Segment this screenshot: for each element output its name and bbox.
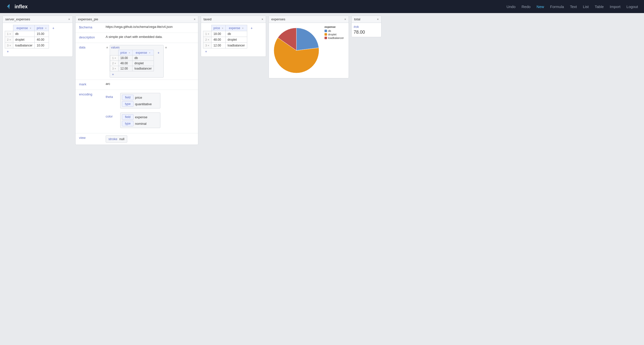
mark-key: mark — [76, 80, 103, 89]
total-panel: total × #ok 78.00 — [351, 16, 381, 37]
taxed-add-row[interactable]: + — [203, 48, 209, 54]
expense-cell[interactable]: loadbalancer — [132, 66, 154, 71]
theta-field-row: field price — [122, 95, 159, 100]
embed-expense-close[interactable]: × — [149, 51, 151, 54]
embed-add-row[interactable]: + — [110, 71, 116, 77]
schema-val: https://vega.github.io/schema/vega-lite/… — [103, 23, 198, 31]
price-cell[interactable]: 48.00 — [118, 61, 132, 66]
expenses-pie-close[interactable]: × — [194, 18, 196, 21]
theta-label: theta — [106, 93, 118, 99]
price-cell[interactable]: 18.00 — [211, 31, 225, 37]
legend-item: droplet — [325, 33, 344, 36]
embedded-data-table: values price × — [110, 45, 164, 78]
description-row: description A simple pie chart with embe… — [76, 33, 198, 43]
col-expense-close[interactable]: × — [30, 27, 31, 30]
expense-cell[interactable]: db — [132, 55, 154, 61]
expenses-chart-title: expenses — [271, 17, 342, 21]
encoding-key: encoding — [76, 90, 103, 99]
taxed-col-price: price × — [211, 25, 225, 31]
server-add-row[interactable]: + — [5, 48, 11, 54]
nav-item-import[interactable]: Import — [610, 5, 621, 9]
row-num: 1 × — [110, 55, 118, 61]
chart-container: expense db droplet loadbalancer — [269, 23, 349, 78]
expense-cell[interactable]: loadbalancer — [13, 43, 35, 48]
expense-cell[interactable]: droplet — [132, 61, 154, 66]
expenses-chart-close[interactable]: × — [344, 18, 346, 21]
server-expenses-grid: expense × price × + 1 × db 15.00 — [5, 25, 58, 48]
taxed-col-expense: expense × — [225, 25, 247, 31]
taxed-price-close[interactable]: × — [222, 27, 223, 30]
server-expenses-title: server_expenses — [5, 17, 66, 21]
nav-item-table[interactable]: Table — [595, 5, 604, 9]
embed-col-expense: expense × — [132, 50, 154, 55]
legend-dot — [325, 33, 327, 36]
server-expenses-header: server_expenses × — [3, 16, 73, 23]
expense-cell[interactable]: droplet — [225, 37, 247, 43]
header: inflex UndoRedoNewFormulaTextListTableIm… — [0, 0, 644, 13]
expenses-pie-header: expenses_pie × — [76, 16, 198, 23]
view-row: view stroke null — [76, 133, 198, 145]
legend-dot — [325, 30, 327, 32]
schema-key: $schema — [76, 23, 103, 32]
expense-cell[interactable]: loadbalancer — [225, 43, 247, 48]
add-col-btn[interactable]: + — [51, 26, 56, 31]
legend-label: droplet — [328, 33, 337, 36]
main-content: server_expenses × expense × price × — [0, 13, 644, 147]
theta-fields: field price type quantitative — [120, 93, 160, 108]
price-cell[interactable]: 12.00 — [211, 43, 225, 48]
color-type-key: type — [122, 121, 134, 126]
embed-add-col[interactable]: + — [156, 50, 161, 55]
table-row: 1 × 18.00 db — [203, 31, 256, 37]
chart-legend: expense db droplet loadbalancer — [325, 25, 344, 40]
embedded-grid: price × expense × + — [110, 50, 163, 71]
taxed-add-col[interactable]: + — [249, 26, 254, 31]
price-cell[interactable]: 10.00 — [35, 43, 49, 48]
expense-cell[interactable]: db — [225, 31, 247, 37]
total-content: #ok 78.00 — [352, 23, 381, 37]
nav-item-list[interactable]: List — [583, 5, 589, 9]
stroke-key: stroke — [108, 137, 117, 141]
row-num: 3 × — [203, 43, 212, 48]
color-type-val: nominal — [135, 122, 147, 126]
price-cell[interactable]: 40.00 — [35, 37, 49, 43]
color-field-key: field — [122, 114, 134, 120]
table-row: 1 × db 15.00 — [5, 31, 58, 37]
table-row: 1 × 18.00 db — [110, 55, 163, 61]
taxed-header: taxed × — [201, 16, 266, 23]
view-inner: stroke null — [106, 135, 127, 143]
nav-item-logout[interactable]: Logout — [626, 5, 638, 9]
data-key: data — [76, 43, 103, 52]
mark-row: mark arc — [76, 80, 198, 90]
server-expenses-close[interactable]: × — [68, 18, 70, 21]
nav-item-undo[interactable]: Undo — [506, 5, 516, 9]
expense-cell[interactable]: db — [13, 31, 35, 37]
nav-item-formula[interactable]: Formula — [550, 5, 564, 9]
table-row: 3 × loadbalancer 10.00 — [5, 43, 58, 48]
price-cell[interactable]: 18.00 — [118, 55, 132, 61]
theta-group: theta field price type quantitative — [106, 93, 196, 108]
taxed-table: price × expense × + 1 × 18.00 db — [201, 23, 266, 56]
color-field-row: field expense — [122, 114, 159, 120]
taxed-expense-close[interactable]: × — [242, 27, 244, 30]
price-cell[interactable]: 15.00 — [35, 31, 49, 37]
nav-item-redo[interactable]: Redo — [522, 5, 531, 9]
price-cell[interactable]: 12.00 — [118, 66, 132, 71]
col-expense-header: expense × — [13, 25, 35, 31]
color-type-row: type nominal — [122, 121, 159, 126]
nav-item-text[interactable]: Text — [570, 5, 577, 9]
server-expenses-table: expense × price × + 1 × db 15.00 — [3, 23, 73, 56]
expense-cell[interactable]: droplet — [13, 37, 35, 43]
price-cell[interactable]: 48.00 — [211, 37, 225, 43]
logo: inflex — [6, 3, 28, 10]
server-expenses-panel: server_expenses × expense × price × — [3, 16, 73, 57]
col-price-close[interactable]: × — [45, 27, 47, 30]
taxed-close[interactable]: × — [262, 18, 263, 21]
total-close[interactable]: × — [377, 18, 379, 21]
pie-chart — [271, 25, 321, 76]
embed-col-price: price × — [118, 50, 132, 55]
legend-label: db — [328, 29, 331, 32]
view-val: stroke null — [103, 133, 198, 145]
theta-field-key: field — [122, 95, 134, 100]
embed-price-close[interactable]: × — [129, 51, 130, 54]
nav-item-new[interactable]: New — [537, 5, 544, 9]
